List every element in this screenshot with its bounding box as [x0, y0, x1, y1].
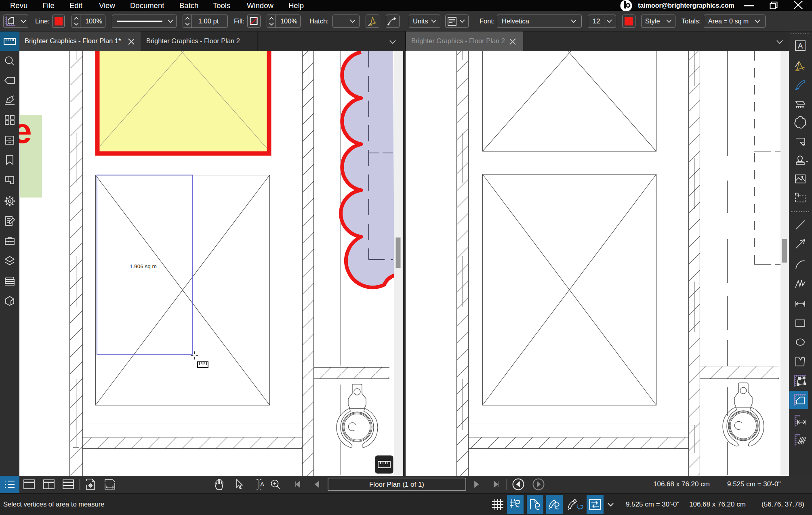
svg-text:e: e	[19, 111, 32, 151]
svg-text:A: A	[798, 42, 803, 50]
svg-text:A: A	[260, 481, 264, 488]
svg-text:Floor Plan (1 of 1): Floor Plan (1 of 1)	[369, 481, 424, 488]
svg-text:1.906 sq m: 1.906 sq m	[130, 263, 157, 269]
